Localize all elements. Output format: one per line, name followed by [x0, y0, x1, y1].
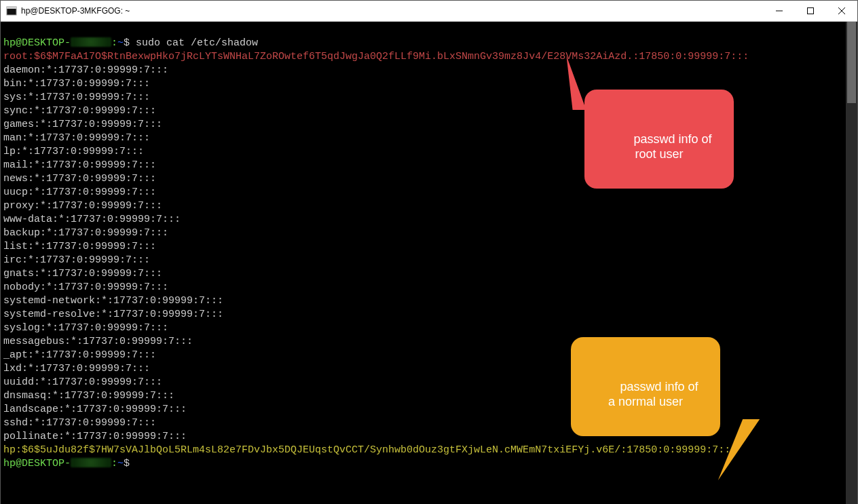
- prompt-sep: :: [111, 37, 117, 49]
- shadow-line: sshd:*:17737:0:99999:7:::: [3, 417, 156, 429]
- shadow-line: _apt:*:17737:0:99999:7:::: [3, 349, 156, 361]
- shadow-line: games:*:17737:0:99999:7:::: [3, 119, 162, 130]
- callout-root: passwd info of root user: [584, 90, 734, 189]
- terminal-area: hp@DESKTOP-:~$ sudo cat /etc/shadow root…: [1, 22, 857, 504]
- vertical-scrollbar[interactable]: [846, 22, 857, 504]
- prompt-userhost: hp@DESKTOP-: [3, 458, 71, 469]
- window: hp@DESKTOP-3MKFGOG: ~ hp@DESKTOP-:~$ sud…: [0, 0, 858, 504]
- prompt-dollar: $: [124, 458, 136, 469]
- terminal-output[interactable]: hp@DESKTOP-:~$ sudo cat /etc/shadow root…: [1, 22, 846, 504]
- shadow-line: www-data:*:17737:0:99999:7:::: [3, 214, 181, 225]
- shadow-line: proxy:*:17737:0:99999:7:::: [3, 200, 162, 212]
- svg-rect-1: [7, 7, 16, 9]
- shadow-line: uuidd:*:17737:0:99999:7:::: [3, 376, 162, 388]
- command-text: sudo cat /etc/shadow: [136, 37, 258, 49]
- shadow-line: gnats:*:17737:0:99999:7:::: [3, 268, 162, 279]
- shadow-line: systemd-network:*:17737:0:99999:7:::: [3, 295, 223, 307]
- shadow-line: landscape:*:17737:0:99999:7:::: [3, 404, 187, 415]
- hostname-redacted: [71, 458, 111, 467]
- shadow-line: lp:*:17737:0:99999:7:::: [3, 146, 144, 157]
- shadow-line: lxd:*:17737:0:99999:7:::: [3, 363, 150, 374]
- callout-tail-icon: [553, 56, 586, 110]
- hostname-redacted: [71, 37, 111, 47]
- shadow-line: dnsmasq:*:17737:0:99999:7:::: [3, 390, 174, 402]
- shadow-line: pollinate:*:17737:0:99999:7:::: [3, 431, 187, 442]
- shadow-line: syslog:*:17737:0:99999:7:::: [3, 322, 168, 334]
- prompt-userhost: hp@DESKTOP-: [3, 37, 71, 49]
- terminal-app-icon: [6, 5, 17, 16]
- shadow-line: news:*:17737:0:99999:7:::: [3, 173, 156, 185]
- close-button[interactable]: [826, 1, 857, 21]
- prompt-path: ~: [117, 458, 124, 469]
- shadow-line-root: root:$6$M7FaA17O$RtnBexwpHko7jRcLYTsWNHa…: [3, 51, 749, 62]
- maximize-button[interactable]: [795, 1, 826, 21]
- shadow-line: mail:*:17737:0:99999:7:::: [3, 159, 156, 171]
- shadow-line: nobody:*:17737:0:99999:7:::: [3, 282, 168, 293]
- prompt-dollar: $: [124, 37, 136, 49]
- shadow-line-hp: hp:$6$5uJdu82f$7HW7sVAJlbQoL5RLm4sL82e7F…: [3, 444, 736, 456]
- minimize-button[interactable]: [764, 1, 795, 21]
- shadow-line: list:*:17737:0:99999:7:::: [3, 241, 156, 252]
- callout-text: passwd info of a normal user: [608, 380, 698, 408]
- svg-rect-3: [808, 8, 814, 14]
- shadow-line: messagebus:*:17737:0:99999:7:::: [3, 336, 193, 347]
- prompt-sep: :: [111, 458, 117, 469]
- shadow-line: irc:*:17737:0:99999:7:::: [3, 254, 150, 266]
- shadow-line: systemd-resolve:*:17737:0:99999:7:::: [3, 309, 223, 320]
- scrollbar-thumb[interactable]: [847, 22, 856, 103]
- shadow-line: daemon:*:17737:0:99999:7:::: [3, 64, 168, 76]
- shadow-line: man:*:17737:0:99999:7:::: [3, 132, 150, 144]
- shadow-line: bin:*:17737:0:99999:7:::: [3, 78, 150, 90]
- shadow-line: sync:*:17737:0:99999:7:::: [3, 105, 156, 117]
- shadow-line: backup:*:17737:0:99999:7:::: [3, 227, 168, 239]
- callout-text: passwd info of root user: [633, 132, 711, 161]
- titlebar: hp@DESKTOP-3MKFGOG: ~: [1, 1, 857, 22]
- prompt-path: ~: [117, 37, 124, 49]
- shadow-line: uucp:*:17737:0:99999:7:::: [3, 187, 156, 198]
- shadow-line: sys:*:17737:0:99999:7:::: [3, 92, 150, 103]
- callout-user: passwd info of a normal user: [571, 337, 720, 436]
- window-title: hp@DESKTOP-3MKFGOG: ~: [21, 6, 130, 16]
